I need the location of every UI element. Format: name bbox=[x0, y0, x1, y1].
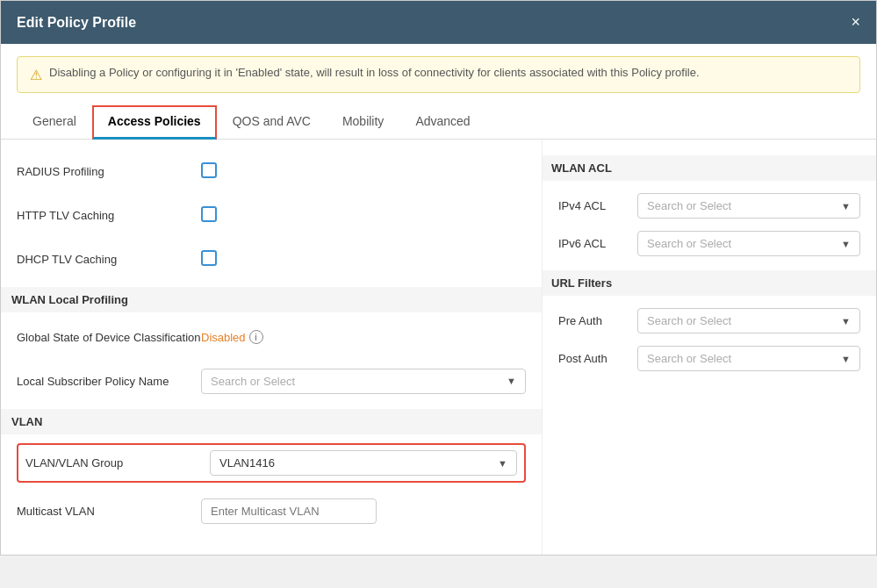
tab-qos-avc[interactable]: QOS and AVC bbox=[217, 105, 327, 140]
post-auth-chevron-icon: ▼ bbox=[841, 354, 851, 364]
chevron-down-icon: ▼ bbox=[507, 376, 516, 386]
dhcp-tlv-caching-label: DHCP TLV Caching bbox=[17, 253, 201, 266]
right-panel: WLAN ACL IPv4 ACL Search or Select ▼ IPv… bbox=[543, 140, 876, 555]
multicast-vlan-input[interactable] bbox=[201, 498, 377, 524]
wlan-local-profiling-section-header: WLAN Local Profiling bbox=[1, 287, 542, 312]
pre-auth-label: Pre Auth bbox=[558, 314, 637, 327]
close-button[interactable]: × bbox=[851, 13, 860, 32]
vlan-group-row: VLAN/VLAN Group VLAN1416 ▼ bbox=[17, 443, 526, 483]
ipv4-acl-label: IPv4 ACL bbox=[558, 199, 637, 212]
tabs-container: General Access Policies QOS and AVC Mobi… bbox=[1, 105, 876, 140]
local-subscriber-placeholder: Search or Select bbox=[211, 375, 295, 388]
global-state-row: Global State of Device Classification Di… bbox=[17, 321, 526, 353]
multicast-vlan-row: Multicast VLAN bbox=[17, 495, 526, 527]
edit-policy-profile-modal: Edit Policy Profile × ⚠ Disabling a Poli… bbox=[0, 0, 877, 556]
http-tlv-caching-row: HTTP TLV Caching bbox=[17, 199, 526, 231]
info-icon[interactable]: i bbox=[249, 330, 263, 344]
vlan-group-control: VLAN1416 ▼ bbox=[210, 450, 517, 476]
local-subscriber-select[interactable]: Search or Select ▼ bbox=[201, 369, 526, 394]
dhcp-tlv-caching-control bbox=[201, 250, 526, 269]
ipv4-chevron-icon: ▼ bbox=[841, 201, 851, 212]
ipv4-acl-select[interactable]: Search or Select ▼ bbox=[637, 193, 860, 219]
post-auth-label: Post Auth bbox=[558, 352, 637, 365]
http-tlv-caching-checkbox[interactable] bbox=[201, 206, 217, 222]
tab-mobility[interactable]: Mobility bbox=[327, 105, 399, 140]
left-panel: RADIUS Profiling HTTP TLV Caching DHCP T… bbox=[1, 140, 543, 555]
ipv4-acl-placeholder: Search or Select bbox=[647, 199, 731, 212]
ipv6-acl-row: IPv6 ACL Search or Select ▼ bbox=[558, 231, 860, 256]
radius-profiling-control bbox=[201, 162, 526, 181]
global-state-label: Global State of Device Classification bbox=[17, 331, 201, 344]
radius-profiling-row: RADIUS Profiling bbox=[17, 155, 526, 187]
tab-content: RADIUS Profiling HTTP TLV Caching DHCP T… bbox=[1, 140, 876, 555]
vlan-group-select[interactable]: VLAN1416 ▼ bbox=[210, 450, 517, 476]
global-state-control: Disabled i bbox=[201, 330, 526, 344]
post-auth-row: Post Auth Search or Select ▼ bbox=[558, 346, 860, 371]
http-tlv-caching-label: HTTP TLV Caching bbox=[17, 209, 201, 222]
ipv4-acl-row: IPv4 ACL Search or Select ▼ bbox=[558, 193, 860, 219]
tab-advanced[interactable]: Advanced bbox=[399, 105, 485, 140]
ipv6-acl-label: IPv6 ACL bbox=[558, 237, 637, 250]
vlan-chevron-icon: ▼ bbox=[498, 458, 507, 469]
radius-profiling-checkbox[interactable] bbox=[201, 162, 217, 178]
ipv6-acl-placeholder: Search or Select bbox=[647, 237, 731, 250]
multicast-vlan-label: Multicast VLAN bbox=[17, 505, 201, 518]
http-tlv-caching-control bbox=[201, 206, 526, 225]
dhcp-tlv-caching-checkbox[interactable] bbox=[201, 250, 217, 266]
wlan-acl-section-header: WLAN ACL bbox=[543, 155, 876, 181]
local-subscriber-control: Search or Select ▼ bbox=[201, 369, 526, 394]
pre-auth-select[interactable]: Search or Select ▼ bbox=[637, 308, 860, 333]
ipv6-acl-select[interactable]: Search or Select ▼ bbox=[637, 231, 860, 256]
pre-auth-chevron-icon: ▼ bbox=[841, 316, 851, 326]
post-auth-placeholder: Search or Select bbox=[647, 352, 731, 365]
local-subscriber-row: Local Subscriber Policy Name Search or S… bbox=[17, 365, 526, 397]
pre-auth-placeholder: Search or Select bbox=[647, 314, 731, 327]
url-filters-section-header: URL Filters bbox=[543, 270, 876, 296]
tab-general[interactable]: General bbox=[17, 105, 92, 140]
vlan-section-header: VLAN bbox=[1, 409, 542, 434]
vlan-group-label: VLAN/VLAN Group bbox=[25, 456, 210, 470]
alert-banner: ⚠ Disabling a Policy or configuring it i… bbox=[17, 56, 860, 93]
post-auth-select[interactable]: Search or Select ▼ bbox=[637, 346, 860, 371]
tab-access-policies[interactable]: Access Policies bbox=[92, 105, 217, 140]
pre-auth-row: Pre Auth Search or Select ▼ bbox=[558, 308, 860, 333]
radius-profiling-label: RADIUS Profiling bbox=[17, 165, 201, 178]
modal-header: Edit Policy Profile × bbox=[1, 1, 876, 44]
alert-message: Disabling a Policy or configuring it in … bbox=[49, 66, 700, 79]
modal-title: Edit Policy Profile bbox=[17, 15, 136, 31]
dhcp-tlv-caching-row: DHCP TLV Caching bbox=[17, 243, 526, 275]
global-state-value: Disabled bbox=[201, 331, 246, 344]
warning-icon: ⚠ bbox=[30, 67, 42, 83]
local-subscriber-label: Local Subscriber Policy Name bbox=[17, 375, 201, 388]
vlan-group-value: VLAN1416 bbox=[219, 456, 275, 470]
multicast-vlan-control bbox=[201, 498, 526, 524]
ipv6-chevron-icon: ▼ bbox=[841, 239, 851, 249]
